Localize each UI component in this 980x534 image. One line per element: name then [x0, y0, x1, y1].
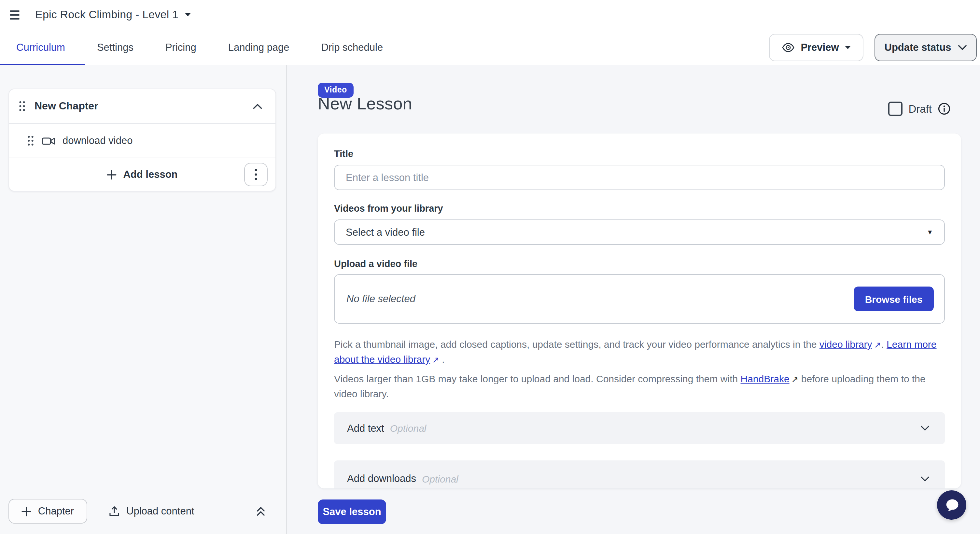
- sidebar-footer: Chapter Upload content: [8, 499, 268, 524]
- course-builder-app: Epic Rock Climbing - Level 1 Curriculum …: [0, 0, 980, 534]
- chevron-down-icon: [958, 45, 967, 50]
- plus-icon: [22, 506, 32, 516]
- upload-content-label: Upload content: [126, 505, 194, 517]
- external-link-icon: ↗: [872, 338, 881, 352]
- tab-bar: Curriculum Settings Pricing Landing page…: [0, 29, 980, 66]
- chevron-down-icon: [920, 425, 930, 431]
- collapse-all-button[interactable]: [253, 504, 268, 518]
- tab-landing-page[interactable]: Landing page: [228, 41, 290, 53]
- video-camera-icon: [42, 135, 55, 146]
- optional-label: Optional: [390, 423, 426, 434]
- chapter-menu-button[interactable]: [244, 163, 267, 186]
- select-value: Select a video file: [346, 226, 425, 238]
- lesson-editor: Video New Lesson Draft Title Videos from…: [287, 65, 980, 534]
- external-link-icon: ↗: [430, 353, 439, 367]
- chapter-header[interactable]: New Chapter: [9, 89, 275, 124]
- add-downloads-section[interactable]: Add downloads Optional: [334, 461, 945, 488]
- add-text-section[interactable]: Add text Optional: [334, 412, 945, 444]
- menu-icon[interactable]: [10, 8, 24, 22]
- kebab-icon: [255, 168, 257, 180]
- upload-label: Upload a video file: [334, 259, 945, 269]
- video-library-help: Pick a thumbnail image, add closed capti…: [334, 337, 945, 367]
- save-lesson-button[interactable]: Save lesson: [318, 499, 386, 524]
- update-status-label: Update status: [885, 42, 951, 53]
- preview-label: Preview: [800, 42, 839, 53]
- tab-settings[interactable]: Settings: [97, 41, 134, 53]
- optional-label: Optional: [422, 473, 458, 484]
- external-link-icon: ↗: [789, 372, 799, 387]
- lesson-title-input[interactable]: [334, 165, 945, 190]
- video-library-select[interactable]: Select a video file ▼: [334, 219, 945, 245]
- chevron-up-icon[interactable]: [253, 103, 262, 109]
- upload-icon: [108, 505, 121, 517]
- curriculum-sidebar: New Chapter download video Add lesson: [0, 65, 287, 534]
- tab-curriculum[interactable]: Curriculum: [16, 41, 65, 53]
- caret-down-icon: [845, 46, 851, 49]
- select-caret-icon: ▼: [927, 229, 933, 236]
- file-upload-area[interactable]: No file selected Browse files: [334, 274, 945, 324]
- eye-icon: [781, 41, 795, 54]
- compression-help: Videos larger than 1GB may take longer t…: [334, 372, 945, 401]
- double-chevron-up-icon: [255, 506, 267, 517]
- add-text-label: Add text: [347, 422, 384, 434]
- drag-handle-icon[interactable]: [19, 101, 25, 111]
- browse-files-button[interactable]: Browse files: [854, 286, 934, 311]
- tab-drip-schedule[interactable]: Drip schedule: [321, 41, 383, 53]
- add-downloads-label: Add downloads: [347, 473, 416, 485]
- draft-toggle: Draft: [888, 102, 951, 116]
- add-lesson-button[interactable]: Add lesson: [9, 158, 275, 191]
- add-lesson-label: Add lesson: [123, 168, 177, 180]
- handbrake-link[interactable]: HandBrake: [741, 373, 789, 384]
- upload-content-button[interactable]: Upload content: [104, 504, 198, 518]
- title-label: Title: [334, 149, 945, 159]
- page-title: New Lesson: [318, 94, 412, 114]
- lesson-row[interactable]: download video: [9, 124, 275, 158]
- drag-handle-icon[interactable]: [27, 135, 34, 146]
- caret-down-icon: [184, 13, 191, 17]
- add-chapter-button[interactable]: Chapter: [8, 499, 87, 524]
- course-title: Epic Rock Climbing - Level 1: [35, 8, 178, 21]
- library-label: Videos from your library: [334, 204, 945, 214]
- chevron-down-icon: [920, 476, 930, 482]
- course-switcher[interactable]: Epic Rock Climbing - Level 1: [35, 8, 191, 21]
- draft-label: Draft: [908, 103, 932, 115]
- chat-bubble-icon: [943, 497, 960, 513]
- no-file-text: No file selected: [347, 293, 415, 305]
- video-library-link[interactable]: video library: [819, 339, 872, 350]
- chat-widget-button[interactable]: [937, 490, 966, 520]
- chapter-title: New Chapter: [35, 100, 253, 112]
- header-actions: Preview Update status: [769, 34, 977, 61]
- top-bar: Epic Rock Climbing - Level 1: [0, 0, 980, 29]
- plus-icon: [107, 170, 116, 180]
- lesson-form-card: Title Videos from your library Select a …: [318, 134, 961, 488]
- chapter-footer: Add lesson: [9, 158, 275, 191]
- preview-button[interactable]: Preview: [769, 34, 864, 61]
- lesson-title: download video: [62, 135, 132, 146]
- chapter-card: New Chapter download video Add lesson: [8, 89, 276, 191]
- info-icon[interactable]: [938, 102, 951, 115]
- update-status-button[interactable]: Update status: [875, 34, 977, 61]
- add-chapter-label: Chapter: [38, 505, 74, 517]
- tab-pricing[interactable]: Pricing: [165, 41, 196, 53]
- draft-checkbox[interactable]: [888, 102, 902, 116]
